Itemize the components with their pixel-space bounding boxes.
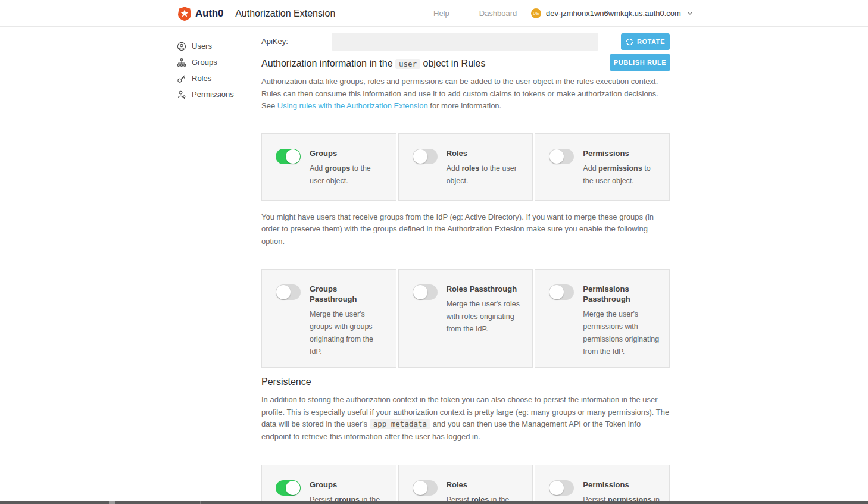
page-title: Authorization Extension xyxy=(235,8,335,19)
card-description: Merge the user's groups with groups orig… xyxy=(310,308,386,358)
toggle-knob xyxy=(276,285,291,299)
roles-passthrough-toggle[interactable] xyxy=(413,284,438,300)
sidebar-item-label: Permissions xyxy=(192,90,234,99)
apikey-label: ApiKey: xyxy=(261,33,288,51)
permissions-passthrough-toggle[interactable] xyxy=(549,284,574,300)
heading-text: object in Rules xyxy=(420,58,485,68)
auth0-logo-icon xyxy=(177,7,192,21)
card-description: Merge the user's permissions with permis… xyxy=(583,308,660,358)
card-description: Add groups to the user object. xyxy=(310,162,386,187)
card-description: Add permissions to the user object. xyxy=(583,162,660,187)
top-nav: Help Dashboard xyxy=(433,0,517,27)
toggle-knob xyxy=(286,481,300,495)
desc-bold: groups xyxy=(325,164,350,173)
app-metadata-code-chip: app_metadata xyxy=(370,419,430,429)
apikey-row: ApiKey: xyxy=(261,33,670,51)
user-circle-icon xyxy=(177,42,186,51)
sidebar-item-groups[interactable]: Groups xyxy=(177,54,255,70)
card-title: Groups Passthrough xyxy=(310,284,386,304)
permissions-toggle[interactable] xyxy=(549,149,574,164)
persistence-description: In addition to storing the authorization… xyxy=(261,394,670,443)
org-chart-icon xyxy=(177,58,186,67)
card-description: Merge the user's roles with roles origin… xyxy=(447,298,523,336)
sidebar-item-label: Users xyxy=(192,42,212,51)
groups-card: Groups Add groups to the user object. xyxy=(261,133,396,201)
using-rules-link[interactable]: Using rules with the Authorization Exten… xyxy=(277,101,428,110)
toggle-knob xyxy=(549,149,564,164)
publish-rule-button[interactable]: PUBLISH RULE xyxy=(610,54,670,71)
card-title: Roles xyxy=(447,480,523,490)
persist-roles-card: Roles Persist roles in the user's applic… xyxy=(398,465,533,504)
passthrough-toggle-row: Groups Passthrough Merge the user's grou… xyxy=(261,269,670,368)
dashboard-link[interactable]: Dashboard xyxy=(479,9,517,18)
apikey-input[interactable] xyxy=(332,33,598,51)
toggle-knob xyxy=(413,285,427,299)
edge-notch xyxy=(109,501,115,504)
edge-seam xyxy=(200,501,201,504)
card-title: Permissions Passthrough xyxy=(583,284,660,304)
roles-passthrough-card: Roles Passthrough Merge the user's roles… xyxy=(398,269,533,368)
card-description: Add roles to the user object. xyxy=(447,162,523,187)
card-title: Groups xyxy=(310,148,386,158)
groups-passthrough-card: Groups Passthrough Merge the user's grou… xyxy=(261,269,396,368)
rotate-icon xyxy=(626,38,633,46)
groups-passthrough-toggle[interactable] xyxy=(276,284,301,300)
user-key-icon xyxy=(177,90,186,99)
rules-section-heading: Authorization information in the user ob… xyxy=(261,58,595,69)
card-title: Roles xyxy=(447,148,523,158)
toggle-knob xyxy=(413,481,427,495)
roles-card: Roles Add roles to the user object. xyxy=(398,133,533,201)
toggle-knob xyxy=(413,149,427,164)
tenant-avatar: DE xyxy=(531,8,541,18)
configuration-main: ApiKey: ROTATE PUBLISH RULE Authorizatio… xyxy=(261,33,670,504)
rotate-button-label: ROTATE xyxy=(637,38,665,45)
groups-toggle[interactable] xyxy=(276,149,301,164)
top-bar: Auth0 Authorization Extension Help Dashb… xyxy=(0,0,868,27)
card-title: Roles Passthrough xyxy=(447,284,523,294)
permissions-card: Permissions Add permissions to the user … xyxy=(535,133,670,201)
rules-description: Authorization data like groups, roles an… xyxy=(261,76,670,112)
desc-bold: permissions xyxy=(598,164,642,173)
sidebar-item-roles[interactable]: Roles xyxy=(177,70,255,86)
window-bottom-edge xyxy=(0,501,868,504)
persist-groups-toggle[interactable] xyxy=(276,480,301,496)
tenant-domain: dev-jzmhonx1wn6wmkqk.us.auth0.com xyxy=(546,9,681,18)
user-code-chip: user xyxy=(395,59,420,69)
desc-text: Add xyxy=(583,164,598,173)
description-text: for more information. xyxy=(428,101,502,110)
desc-text: Add xyxy=(447,164,462,173)
card-title: Groups xyxy=(310,480,386,490)
sidebar-item-users[interactable]: Users xyxy=(177,38,255,54)
rules-toggle-row: Groups Add groups to the user object. Ro… xyxy=(261,133,670,201)
brand-area: Auth0 Authorization Extension xyxy=(177,0,335,27)
desc-bold: roles xyxy=(461,164,479,173)
persist-permissions-card: Permissions Persist permissions in the u… xyxy=(535,465,670,504)
desc-text: Add xyxy=(310,164,325,173)
toggle-knob xyxy=(549,481,564,495)
sidebar-item-label: Roles xyxy=(192,74,211,83)
roles-toggle[interactable] xyxy=(413,149,438,164)
rotate-button[interactable]: ROTATE xyxy=(621,33,670,50)
card-title: Permissions xyxy=(583,480,660,490)
persist-groups-card: Groups Persist groups in the user's appl… xyxy=(261,465,396,504)
publish-rule-label: PUBLISH RULE xyxy=(614,59,666,66)
chevron-down-icon xyxy=(687,11,693,15)
persist-permissions-toggle[interactable] xyxy=(549,480,574,496)
key-icon xyxy=(177,74,186,83)
passthrough-intro: You might have users that receive groups… xyxy=(261,211,670,248)
persistence-toggle-row: Groups Persist groups in the user's appl… xyxy=(261,465,670,504)
persist-roles-toggle[interactable] xyxy=(413,480,438,496)
authorization-extension-page: Auth0 Authorization Extension Help Dashb… xyxy=(0,0,868,504)
card-title: Permissions xyxy=(583,148,660,158)
sidebar-item-permissions[interactable]: Permissions xyxy=(177,86,255,102)
toggle-knob xyxy=(286,149,300,164)
heading-text: Authorization information in the xyxy=(261,58,395,68)
permissions-passthrough-card: Permissions Passthrough Merge the user's… xyxy=(535,269,670,368)
help-link[interactable]: Help xyxy=(433,9,449,18)
sidebar: Users Groups Roles Permissions xyxy=(177,38,255,102)
persistence-heading: Persistence xyxy=(261,377,670,387)
sidebar-item-label: Groups xyxy=(192,58,217,67)
tenant-menu[interactable]: DE dev-jzmhonx1wn6wmkqk.us.auth0.com xyxy=(531,0,693,27)
toggle-knob xyxy=(549,285,564,299)
brand-name: Auth0 xyxy=(195,8,223,20)
